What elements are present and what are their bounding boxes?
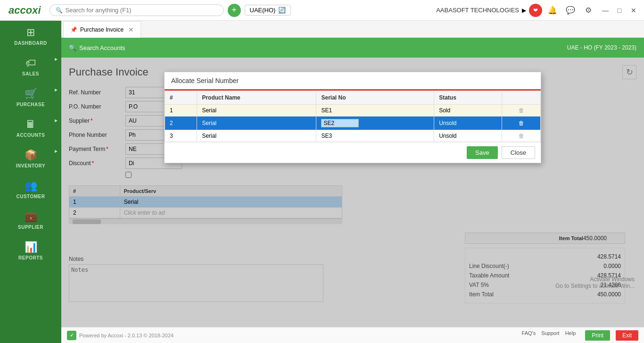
modal-table: # Product Name Serial No Status 1: [165, 91, 541, 142]
company-name: AABASOFT TECHNOLOGIES: [436, 7, 519, 14]
sidebar-item-label: DASHBOARD: [14, 41, 47, 46]
footer: ✓ Powered by Accoxi - 2.0.13 © 2018-2024…: [61, 327, 644, 343]
sidebar-item-label: PURCHASE: [17, 102, 45, 107]
faqs-link[interactable]: FAQ's: [522, 330, 536, 341]
top-icons: AABASOFT TECHNOLOGIES ▶ ❤ 🔔 💬 ⚙ — □ ✕: [436, 3, 640, 18]
print-button[interactable]: Print: [585, 330, 610, 341]
modal-row-1[interactable]: 1 Serial SE1 Sold 🗑: [165, 105, 541, 117]
minimize-button[interactable]: —: [599, 4, 612, 17]
modal-col-product: Product Name: [197, 91, 316, 105]
modal-footer: Save Close: [165, 142, 541, 163]
sidebar-item-reports[interactable]: 📊 REPORTS: [0, 235, 61, 266]
powered-by: ✓ Powered by Accoxi - 2.0.13 © 2018-2024: [67, 331, 173, 340]
sidebar-item-dashboard[interactable]: ⊞ DASHBOARD: [0, 21, 61, 51]
support-link[interactable]: Support: [541, 330, 560, 341]
modal-body: # Product Name Serial No Status 1: [165, 91, 541, 142]
modal-header: Allocate Serial Number: [165, 72, 541, 91]
sidebar-item-label: SUPPLIER: [18, 225, 43, 230]
delete-row-1-button[interactable]: 🗑: [502, 105, 541, 117]
modal-row-3[interactable]: 3 Serial SE3 Unsold 🗑: [165, 130, 541, 142]
delete-row-2-button[interactable]: 🗑: [502, 117, 541, 130]
search-input[interactable]: [66, 7, 218, 14]
sidebar-item-label: SALES: [22, 71, 39, 76]
settings-icon[interactable]: ⚙: [581, 3, 596, 18]
sidebar-item-purchase[interactable]: 🛒 PURCHASE: [0, 82, 61, 113]
content-area: 📌 Purchase Invoice ✕ 🔍 Search Accounts U…: [61, 21, 644, 343]
sidebar: ⊞ DASHBOARD 🏷 SALES 🛒 PURCHASE 🖩 ACCOUNT…: [0, 21, 61, 343]
search-accounts-label: Search Accounts: [79, 44, 125, 51]
help-link[interactable]: Help: [565, 330, 576, 341]
footer-links: FAQ's Support Help Print Exit: [522, 330, 638, 341]
close-window-button[interactable]: ✕: [627, 4, 640, 17]
purchase-icon: 🛒: [25, 88, 37, 100]
window-controls: — □ ✕: [599, 4, 640, 17]
delete-row-3-button[interactable]: 🗑: [502, 130, 541, 142]
serial-no-input[interactable]: [321, 119, 359, 127]
allocate-serial-modal: Allocate Serial Number # Product Name Se…: [164, 72, 541, 163]
fy-info: UAE - HO (FY 2023 - 2023): [567, 44, 636, 51]
close-button[interactable]: Close: [502, 146, 535, 159]
sidebar-item-customer[interactable]: 👥 CUSTOMER: [0, 174, 61, 205]
reports-icon: 📊: [25, 241, 37, 253]
cell-num: 2: [165, 117, 197, 130]
accounts-icon: 🖩: [25, 118, 36, 131]
supplier-icon: 💼: [25, 210, 37, 223]
inventory-icon: 📦: [25, 149, 37, 161]
modal-col-status: Status: [434, 91, 502, 105]
sidebar-item-sales[interactable]: 🏷 SALES: [0, 51, 61, 82]
chevron-icon: ▶: [522, 7, 526, 14]
maximize-button[interactable]: □: [613, 4, 626, 17]
sales-icon: 🏷: [25, 57, 36, 69]
region-label: UAE(HO): [250, 7, 276, 14]
search-accounts-icon: 🔍: [69, 44, 76, 51]
sidebar-item-label: INVENTORY: [16, 163, 45, 168]
user-avatar: ❤: [529, 4, 542, 17]
cell-num: 3: [165, 130, 197, 142]
tab-pin-icon: 📌: [70, 26, 77, 33]
main-layout: ⊞ DASHBOARD 🏷 SALES 🛒 PURCHASE 🖩 ACCOUNT…: [0, 21, 644, 343]
tab-bar: 📌 Purchase Invoice ✕: [61, 21, 644, 38]
customer-icon: 👥: [25, 180, 37, 192]
cell-serial: SE3: [316, 130, 434, 142]
cell-status: Unsold: [434, 130, 502, 142]
message-icon[interactable]: 💬: [563, 3, 578, 18]
cell-status: Unsold: [434, 117, 502, 130]
green-bar: 🔍 Search Accounts UAE - HO (FY 2023 - 20…: [61, 38, 644, 58]
region-selector[interactable]: UAE(HO) 🔄: [245, 5, 291, 16]
sidebar-item-supplier[interactable]: 💼 SUPPLIER: [0, 205, 61, 235]
cell-product: Serial: [197, 130, 316, 142]
save-button[interactable]: Save: [467, 146, 498, 159]
cell-serial: SE1: [316, 105, 434, 117]
sidebar-item-label: ACCOUNTS: [17, 133, 45, 138]
dashboard-icon: ⊞: [26, 26, 35, 39]
cell-product: Serial: [197, 105, 316, 117]
search-accounts-button[interactable]: 🔍 Search Accounts: [69, 44, 125, 51]
page-content: Purchase Invoice ↻ Ref. Number P.O. Numb…: [61, 58, 644, 327]
cell-serial: [316, 117, 434, 130]
notification-icon[interactable]: 🔔: [545, 3, 560, 18]
modal-row-2[interactable]: 2 Serial Unsold 🗑: [165, 117, 541, 130]
accoxi-icon: ✓: [67, 331, 76, 340]
refresh-region-icon: 🔄: [278, 7, 286, 14]
sidebar-item-accounts[interactable]: 🖩 ACCOUNTS: [0, 113, 61, 143]
top-bar: accoxi 🔍 + UAE(HO) 🔄 AABASOFT TECHNOLOGI…: [0, 0, 644, 21]
cell-num: 1: [165, 105, 197, 117]
modal-overlay: Allocate Serial Number # Product Name Se…: [61, 58, 644, 327]
cell-status: Sold: [434, 105, 502, 117]
purchase-invoice-tab[interactable]: 📌 Purchase Invoice ✕: [63, 21, 141, 38]
exit-button[interactable]: Exit: [616, 330, 638, 341]
powered-by-text: Powered by Accoxi - 2.0.13 © 2018-2024: [79, 333, 173, 338]
sidebar-item-label: CUSTOMER: [16, 194, 45, 199]
modal-col-action: [502, 91, 541, 105]
search-icon: 🔍: [56, 7, 63, 14]
cell-product: Serial: [197, 117, 316, 130]
sidebar-item-inventory[interactable]: 📦 INVENTORY: [0, 143, 61, 174]
search-bar[interactable]: 🔍: [50, 4, 224, 16]
app-logo: accoxi: [4, 4, 46, 17]
modal-col-num: #: [165, 91, 197, 105]
tab-close-icon[interactable]: ✕: [128, 26, 134, 33]
sidebar-item-label: REPORTS: [18, 255, 43, 260]
modal-col-serial: Serial No: [316, 91, 434, 105]
tab-label: Purchase Invoice: [80, 26, 124, 33]
add-button[interactable]: +: [228, 4, 241, 17]
